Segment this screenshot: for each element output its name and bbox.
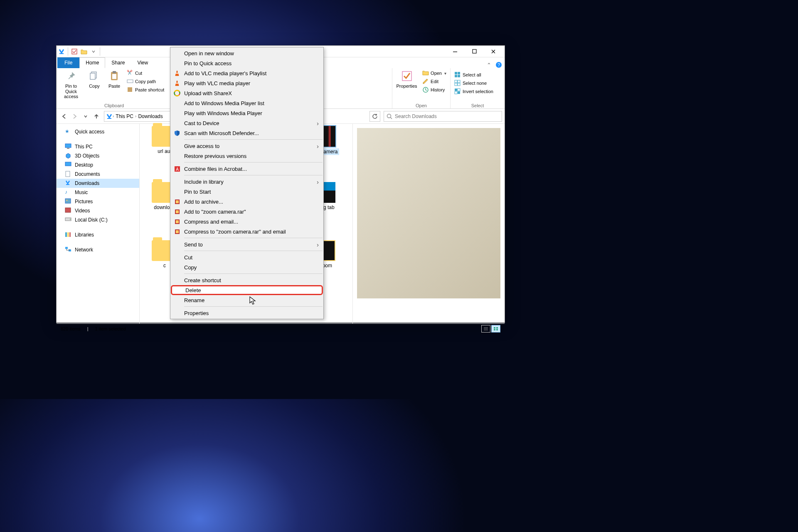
- tab-home[interactable]: Home: [79, 57, 105, 68]
- qat-dropdown-icon[interactable]: [90, 48, 97, 55]
- ctx-rename[interactable]: Rename: [171, 295, 323, 305]
- ctx-combine-acrobat[interactable]: ACombine files in Acrobat...: [171, 164, 323, 174]
- ctx-wmp-add[interactable]: Add to Windows Media Player list: [171, 98, 323, 108]
- separator: [100, 47, 100, 56]
- thumbnails-view-button[interactable]: [491, 325, 500, 332]
- back-button[interactable]: [59, 111, 69, 121]
- paste-shortcut-button[interactable]: Paste shortcut: [126, 86, 165, 94]
- tab-view[interactable]: View: [131, 57, 154, 68]
- svg-rect-18: [458, 75, 460, 77]
- copy-path-icon: [127, 78, 133, 85]
- sidebar-item-music[interactable]: ♪Music: [57, 188, 139, 197]
- paste-button[interactable]: Paste: [106, 69, 123, 89]
- recent-dropdown[interactable]: [81, 111, 91, 121]
- svg-rect-29: [65, 144, 71, 148]
- label: Pictures: [75, 199, 93, 204]
- ctx-restore-versions[interactable]: Restore previous versions: [171, 151, 323, 161]
- ctx-add-to-rar[interactable]: Add to "zoom camera.rar": [171, 207, 323, 217]
- minimize-button[interactable]: [446, 46, 465, 57]
- separator: [184, 175, 323, 175]
- ctx-pin-to-start[interactable]: Pin to Start: [171, 187, 323, 197]
- tab-share[interactable]: Share: [105, 57, 131, 68]
- ctx-open-new-window[interactable]: Open in new window: [171, 48, 323, 58]
- svg-rect-27: [107, 118, 111, 119]
- ctx-include-library[interactable]: Include in library: [171, 177, 323, 187]
- sidebar-item-videos[interactable]: Videos: [57, 206, 139, 215]
- close-button[interactable]: [484, 46, 503, 57]
- ctx-give-access-to[interactable]: Give access to: [171, 141, 323, 151]
- select-none-button[interactable]: Select none: [453, 79, 495, 87]
- ctx-properties[interactable]: Properties: [171, 308, 323, 318]
- maximize-button[interactable]: [465, 46, 484, 57]
- separator: [184, 306, 323, 307]
- label: Music: [75, 190, 88, 195]
- item-label: c: [163, 263, 166, 268]
- ctx-wmp-play[interactable]: Play with Windows Media Player: [171, 108, 323, 118]
- ctx-defender-scan[interactable]: Scan with Microsoft Defender...: [171, 128, 323, 138]
- separator: [184, 238, 323, 238]
- details-view-button[interactable]: [481, 325, 490, 332]
- invert-selection-icon: [454, 88, 461, 95]
- mouse-cursor-icon: [249, 296, 256, 305]
- breadcrumb-this-pc[interactable]: This PC: [114, 113, 135, 119]
- breadcrumb-downloads[interactable]: Downloads: [136, 113, 164, 119]
- preview-pane: [352, 124, 505, 323]
- ctx-vlc-add[interactable]: Add to VLC media player's Playlist: [171, 68, 323, 78]
- sidebar-item-3d-objects[interactable]: 3D Objects: [57, 151, 139, 160]
- sidebar-item-documents[interactable]: Documents: [57, 170, 139, 179]
- qat-newfolder-icon[interactable]: [81, 48, 87, 55]
- label: This PC: [75, 144, 93, 150]
- properties-button[interactable]: Properties: [395, 69, 419, 89]
- search-input[interactable]: [395, 113, 499, 119]
- sidebar-item-desktop[interactable]: Desktop: [57, 160, 139, 170]
- qat-properties-icon[interactable]: [71, 48, 78, 55]
- sidebar-item-pictures[interactable]: Pictures: [57, 197, 139, 206]
- select-all-button[interactable]: Select all: [453, 71, 495, 79]
- ctx-send-to[interactable]: Send to: [171, 239, 323, 249]
- ctx-pin-quick-access[interactable]: Pin to Quick access: [171, 58, 323, 68]
- ctx-create-shortcut[interactable]: Create shortcut: [171, 275, 323, 285]
- ctx-add-to-archive[interactable]: Add to archive...: [171, 197, 323, 207]
- separator: [184, 251, 323, 251]
- svg-rect-32: [66, 171, 70, 177]
- copy-button[interactable]: Copy: [86, 69, 103, 89]
- forward-button[interactable]: [70, 111, 80, 121]
- history-button[interactable]: History: [421, 86, 448, 94]
- cube-icon: [65, 153, 71, 159]
- label: Properties: [396, 84, 417, 89]
- sidebar-item-downloads[interactable]: Downloads: [57, 179, 139, 188]
- ctx-compress-email[interactable]: Compress and email...: [171, 217, 323, 227]
- sidebar-this-pc[interactable]: This PC: [57, 142, 139, 151]
- search-box[interactable]: [384, 111, 502, 122]
- sidebar-item-local-disk[interactable]: Local Disk (C:): [57, 215, 139, 224]
- svg-rect-30: [67, 148, 69, 149]
- sidebar-quick-access[interactable]: ★Quick access: [57, 127, 139, 136]
- open-button[interactable]: Open▾: [421, 69, 448, 77]
- ctx-sharex[interactable]: Upload with ShareX: [171, 88, 323, 98]
- up-button[interactable]: [91, 111, 101, 121]
- label: Libraries: [75, 232, 94, 238]
- pin-quick-access-button[interactable]: Pin to Quick access: [59, 69, 83, 99]
- copy-path-button[interactable]: Copy path: [126, 78, 165, 85]
- ctx-cast-to-device[interactable]: Cast to Device: [171, 118, 323, 128]
- ctx-cut[interactable]: Cut: [171, 252, 323, 262]
- help-icon[interactable]: ?: [495, 62, 502, 68]
- label: Copy path: [135, 79, 156, 84]
- invert-selection-button[interactable]: Invert selection: [453, 88, 495, 95]
- videos-icon: [65, 207, 71, 214]
- ctx-vlc-play[interactable]: Play with VLC media player: [171, 78, 323, 88]
- label: Select all: [463, 72, 481, 77]
- collapse-ribbon-icon[interactable]: ⌃: [487, 62, 491, 68]
- refresh-button[interactable]: [369, 111, 380, 122]
- sidebar-network[interactable]: Network: [57, 245, 139, 254]
- ctx-compress-rar-email[interactable]: Compress to "zoom camera.rar" and email: [171, 227, 323, 236]
- ctx-copy[interactable]: Copy: [171, 262, 323, 272]
- sidebar-libraries[interactable]: Libraries: [57, 230, 139, 239]
- edit-button[interactable]: Edit: [421, 78, 448, 85]
- cut-button[interactable]: ✂️Cut: [126, 69, 165, 77]
- tab-file[interactable]: File: [57, 57, 79, 68]
- pin-icon: [64, 69, 78, 83]
- ctx-delete[interactable]: Delete: [171, 285, 323, 295]
- selection-count: 1 item selected: [95, 326, 126, 331]
- svg-rect-20: [458, 80, 460, 83]
